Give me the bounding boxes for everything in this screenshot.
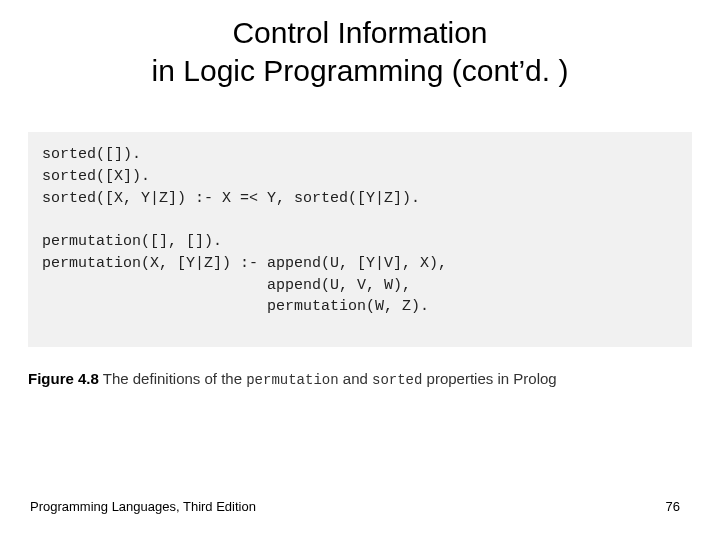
footer-book-title: Programming Languages, Third Edition	[30, 499, 256, 514]
code-block: sorted([]). sorted([X]). sorted([X, Y|Z]…	[28, 132, 692, 347]
caption-code-1: permutation	[246, 372, 338, 388]
slide-title: Control Information in Logic Programming…	[0, 0, 720, 89]
page-number: 76	[666, 499, 680, 514]
caption-text-mid: and	[339, 370, 372, 387]
figure-label: Figure 4.8	[28, 370, 99, 387]
title-line-1: Control Information	[232, 16, 487, 49]
title-line-2: in Logic Programming (cont’d. )	[152, 54, 569, 87]
slide: Control Information in Logic Programming…	[0, 0, 720, 540]
caption-text-after: properties in Prolog	[422, 370, 556, 387]
figure-caption: Figure 4.8 The definitions of the permut…	[28, 370, 692, 388]
caption-code-2: sorted	[372, 372, 422, 388]
caption-text-before: The definitions of the	[103, 370, 246, 387]
